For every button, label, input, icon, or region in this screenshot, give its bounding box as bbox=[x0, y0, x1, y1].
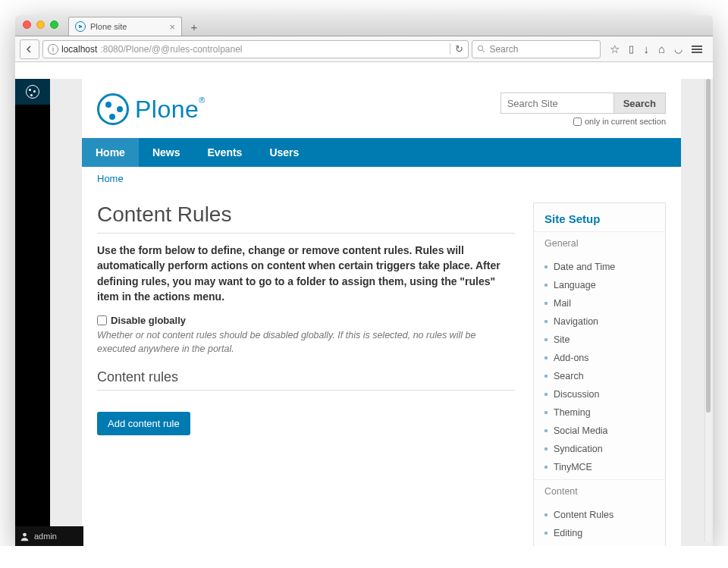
plone-logo-icon bbox=[97, 93, 129, 125]
home-icon[interactable]: ⌂ bbox=[658, 42, 665, 55]
disable-globally-checkbox[interactable] bbox=[97, 315, 107, 325]
plone-icon bbox=[26, 85, 39, 99]
arrow-left-icon bbox=[25, 45, 34, 54]
browser-tab[interactable]: Plone site × bbox=[68, 17, 182, 36]
portlet-item[interactable]: Mail bbox=[534, 294, 665, 312]
url-host: localhost bbox=[61, 44, 97, 55]
scrollbar-thumb[interactable] bbox=[706, 79, 711, 413]
add-content-rule-button[interactable]: Add content rule bbox=[97, 412, 190, 435]
page-inner: Plone® Search only in current section H bbox=[82, 79, 681, 546]
browser-window: Plone site × + i localhost:8080/Plone/@@… bbox=[15, 15, 713, 546]
content-rules-heading: Content rules bbox=[97, 369, 515, 385]
admin-label: admin bbox=[34, 532, 57, 541]
portlet-item[interactable]: Language bbox=[534, 276, 665, 294]
minimize-window-button[interactable] bbox=[36, 20, 45, 29]
intro-text: Use the form below to define, change or … bbox=[97, 243, 515, 304]
nav-item-news[interactable]: News bbox=[139, 138, 194, 167]
menu-icon[interactable] bbox=[692, 46, 702, 53]
page-outer: Plone® Search only in current section H bbox=[50, 79, 713, 546]
scrollbar[interactable] bbox=[704, 79, 711, 541]
plone-logo[interactable]: Plone® bbox=[97, 93, 206, 125]
new-tab-button[interactable]: + bbox=[185, 19, 203, 34]
page-title: Content Rules bbox=[97, 202, 515, 227]
user-icon bbox=[20, 532, 30, 541]
toolbar-icons: ☆ ▯ ↓ ⌂ ◡ bbox=[604, 42, 708, 56]
search-icon bbox=[477, 45, 485, 53]
portlet-item[interactable]: Discussion bbox=[534, 385, 665, 403]
portlet-item[interactable]: Site bbox=[534, 331, 665, 349]
plone-sidebar: admin bbox=[15, 79, 50, 546]
close-tab-button[interactable]: × bbox=[169, 21, 175, 33]
plone-sidebar-logo[interactable] bbox=[15, 79, 50, 105]
svg-line-1 bbox=[483, 50, 485, 52]
portlet-group-label: Content bbox=[534, 479, 665, 503]
site-setup-portlet: Site Setup GeneralDate and TimeLanguageM… bbox=[533, 202, 666, 546]
tab-title: Plone site bbox=[90, 22, 127, 31]
nav-item-events[interactable]: Events bbox=[193, 138, 256, 167]
back-button[interactable] bbox=[20, 39, 39, 59]
portlet-group-label: General bbox=[534, 231, 665, 255]
portlet-item[interactable]: Image Handling bbox=[534, 542, 665, 546]
portlet-item[interactable]: TinyMCE bbox=[534, 458, 665, 476]
close-window-button[interactable] bbox=[23, 20, 31, 29]
bookmark-star-icon[interactable]: ☆ bbox=[610, 42, 620, 56]
portlet-item[interactable]: Date and Time bbox=[534, 258, 665, 276]
portlet-item[interactable]: Search bbox=[534, 367, 665, 385]
reload-button[interactable]: ↻ bbox=[450, 43, 463, 55]
site-search: Search only in current section bbox=[500, 93, 666, 126]
disable-help-text: Whether or not content rules should be d… bbox=[97, 329, 515, 356]
portlet-title: Site Setup bbox=[534, 203, 665, 231]
admin-user-bar[interactable]: admin bbox=[15, 526, 83, 546]
only-section-label[interactable]: only in current section bbox=[573, 117, 666, 126]
site-info-icon[interactable]: i bbox=[48, 44, 58, 55]
portlet-item[interactable]: Theming bbox=[534, 403, 665, 422]
subheading-divider bbox=[97, 390, 515, 391]
only-section-checkbox[interactable] bbox=[573, 118, 582, 126]
main-nav: HomeNewsEventsUsers bbox=[82, 138, 681, 167]
plone-header: Plone® Search only in current section bbox=[82, 79, 681, 138]
portlet-group-list: Content RulesEditingImage Handling bbox=[534, 503, 665, 546]
portlet-item[interactable]: Add-ons bbox=[534, 349, 665, 367]
portlet-group-list: Date and TimeLanguageMailNavigationSiteA… bbox=[534, 255, 665, 479]
url-bar[interactable]: i localhost:8080/Plone/@@rules-controlpa… bbox=[42, 40, 469, 58]
plone-favicon bbox=[75, 21, 86, 32]
nav-item-home[interactable]: Home bbox=[82, 138, 139, 167]
main-column: Content Rules Use the form below to defi… bbox=[97, 202, 515, 546]
plone-logo-text: Plone® bbox=[135, 96, 206, 124]
url-path: :8080/Plone/@@rules-controlpanel bbox=[100, 44, 242, 55]
viewport: admin Plone® Search bbox=[15, 79, 713, 546]
site-search-button[interactable]: Search bbox=[614, 93, 666, 114]
pocket-icon[interactable]: ◡ bbox=[674, 43, 682, 55]
portlet-item[interactable]: Navigation bbox=[534, 312, 665, 331]
downloads-icon[interactable]: ↓ bbox=[643, 42, 649, 55]
maximize-window-button[interactable] bbox=[50, 20, 58, 29]
tab-strip: Plone site × + bbox=[15, 15, 713, 36]
browser-search-input[interactable]: Search bbox=[472, 40, 601, 58]
breadcrumb-home[interactable]: Home bbox=[97, 173, 124, 184]
disable-globally-label: Disable globally bbox=[111, 315, 186, 326]
svg-point-0 bbox=[479, 46, 483, 50]
portlet-item[interactable]: Social Media bbox=[534, 422, 665, 440]
portlet-item[interactable]: Syndication bbox=[534, 440, 665, 458]
nav-item-users[interactable]: Users bbox=[256, 138, 312, 167]
browser-search-placeholder: Search bbox=[489, 44, 518, 55]
library-icon[interactable]: ▯ bbox=[629, 43, 634, 55]
portlet-item[interactable]: Content Rules bbox=[534, 506, 665, 524]
browser-toolbar: i localhost:8080/Plone/@@rules-controlpa… bbox=[15, 36, 713, 62]
title-divider bbox=[97, 233, 515, 234]
portlet-item[interactable]: Editing bbox=[534, 524, 665, 542]
breadcrumb: Home bbox=[82, 167, 681, 190]
site-search-input[interactable] bbox=[500, 93, 614, 114]
window-controls bbox=[23, 20, 58, 29]
